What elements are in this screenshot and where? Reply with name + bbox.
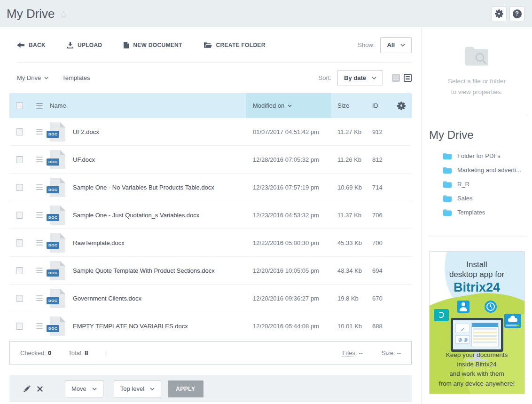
column-header-modified[interactable]: Modified on bbox=[246, 93, 331, 118]
file-modified-date: 01/07/2017 04:51:42 pm bbox=[246, 128, 331, 135]
breadcrumb-root[interactable]: My Drive bbox=[17, 74, 48, 81]
sort-direction-icon bbox=[288, 104, 292, 107]
file-name[interactable]: Sample Quote Template With Product Secti… bbox=[73, 267, 215, 274]
file-row[interactable]: DOC Government Clients.docx 12/20/2016 0… bbox=[9, 285, 412, 312]
file-name[interactable]: RawTemplate.docx bbox=[73, 239, 125, 246]
delete-button[interactable] bbox=[37, 386, 43, 392]
folder-icon bbox=[443, 181, 452, 188]
file-name[interactable]: Government Clients.docx bbox=[73, 295, 141, 302]
column-header-size[interactable]: Size bbox=[331, 102, 371, 109]
folder-tree-item[interactable]: Folder for PDFs bbox=[443, 149, 532, 163]
sort-value: By date bbox=[344, 74, 366, 81]
drag-handle-icon[interactable] bbox=[36, 129, 43, 135]
folder-name: Marketing and adverti... bbox=[457, 166, 521, 174]
row-checkbox[interactable] bbox=[16, 239, 23, 246]
ad-footer-line: inside Bitrix24 bbox=[430, 360, 524, 369]
page-title: My Drive bbox=[7, 7, 55, 21]
chevron-down-icon bbox=[92, 388, 97, 390]
row-checkbox[interactable] bbox=[16, 323, 23, 330]
folder-tree-item[interactable]: Sales bbox=[443, 191, 532, 206]
create-folder-label: CREATE FOLDER bbox=[216, 42, 266, 48]
file-modified-date: 12/20/2016 10:05:05 pm bbox=[246, 267, 331, 274]
folder-icon bbox=[443, 195, 452, 202]
breadcrumb: My Drive Templates Sort: By date bbox=[0, 63, 421, 93]
file-name[interactable]: Sample One - Just Quotation_s Variables.… bbox=[73, 212, 199, 219]
breadcrumb-current[interactable]: Templates bbox=[62, 74, 90, 81]
file-row[interactable]: DOC UF.docx 12/28/2016 07:05:32 pm 11.26… bbox=[9, 146, 412, 174]
table-settings-button[interactable] bbox=[391, 102, 412, 110]
drag-handle-icon[interactable] bbox=[36, 295, 43, 301]
new-document-button[interactable]: NEW DOCUMENT bbox=[124, 42, 182, 48]
action-select[interactable]: Move bbox=[65, 380, 103, 397]
file-row[interactable]: DOC RawTemplate.docx 12/22/2016 05:00:30… bbox=[9, 229, 412, 257]
id-column-label: ID bbox=[372, 102, 378, 109]
file-id: 700 bbox=[371, 239, 391, 246]
gear-icon bbox=[397, 102, 406, 110]
select-all-checkbox[interactable] bbox=[16, 102, 23, 109]
folder-tree-item[interactable]: Templates bbox=[443, 206, 532, 220]
file-row[interactable]: DOC Sample One - Just Quotation_s Variab… bbox=[9, 201, 412, 229]
file-id: 812 bbox=[371, 156, 391, 163]
doc-file-icon: DOC bbox=[50, 261, 65, 280]
file-name[interactable]: Sample One - No Variables But Products T… bbox=[73, 184, 214, 191]
placeholder-text-line2: to view properties. bbox=[422, 87, 532, 98]
files-count-link[interactable]: Files: bbox=[342, 349, 357, 357]
help-button[interactable]: ? bbox=[509, 6, 524, 21]
row-checkbox[interactable] bbox=[16, 184, 23, 191]
file-row[interactable]: DOC EMPTY TEMPLATE NO VARIABLES.docx 12/… bbox=[9, 312, 412, 340]
upload-button[interactable]: UPLOAD bbox=[67, 42, 102, 48]
edit-button[interactable] bbox=[23, 385, 31, 392]
column-header-name[interactable]: Name bbox=[50, 102, 246, 109]
page-header: My Drive ☆ ? bbox=[0, 0, 532, 27]
target-folder-select[interactable]: Top level bbox=[114, 380, 161, 397]
ad-footer-line: and work with them bbox=[430, 369, 524, 379]
summary-bar: Checked:0 Total:8 : Files: -- Size: -- bbox=[9, 341, 412, 364]
size-total-label: Size: bbox=[382, 349, 395, 356]
grid-view-icon[interactable] bbox=[392, 74, 400, 82]
doc-file-icon: DOC bbox=[50, 233, 65, 253]
row-checkbox[interactable] bbox=[16, 295, 23, 302]
drag-handle-icon[interactable] bbox=[36, 323, 43, 329]
drag-handle-icon[interactable] bbox=[36, 157, 43, 162]
folder-tree-item[interactable]: R_R bbox=[443, 177, 532, 191]
show-filter-select[interactable]: All bbox=[380, 37, 412, 53]
row-checkbox[interactable] bbox=[16, 212, 23, 219]
properties-sidebar: Select a file or folder to view properti… bbox=[422, 27, 532, 404]
settings-button[interactable] bbox=[492, 6, 507, 21]
bitrix24-ad-banner[interactable]: Install desktop app for Bitrix24 bbox=[429, 251, 525, 394]
row-checkbox[interactable] bbox=[16, 156, 23, 163]
list-view-icon[interactable] bbox=[404, 74, 412, 82]
drag-handle-icon[interactable] bbox=[36, 212, 43, 218]
toolbar: BACK UPLOAD NEW DOCUMENT CREATE FOLDER S… bbox=[0, 27, 421, 63]
file-row[interactable]: DOC Sample One - No Variables But Produc… bbox=[9, 174, 412, 201]
sort-select[interactable]: By date bbox=[337, 70, 383, 86]
drag-handle-icon[interactable] bbox=[36, 184, 43, 190]
bulk-action-bar: Move Top level APPLY bbox=[9, 375, 412, 402]
back-button[interactable]: BACK bbox=[17, 42, 46, 48]
drag-handle-icon[interactable] bbox=[36, 268, 43, 273]
divider bbox=[428, 115, 527, 115]
gear-icon bbox=[495, 9, 503, 18]
create-folder-button[interactable]: CREATE FOLDER bbox=[204, 42, 266, 48]
row-checkbox[interactable] bbox=[16, 128, 23, 135]
apply-button[interactable]: APPLY bbox=[168, 380, 203, 397]
row-checkbox[interactable] bbox=[16, 267, 23, 274]
file-name[interactable]: UF2.docx bbox=[73, 128, 99, 135]
column-header-id[interactable]: ID bbox=[371, 102, 391, 109]
upload-icon bbox=[67, 42, 73, 48]
file-row[interactable]: DOC UF2.docx 01/07/2017 04:51:42 pm 11.2… bbox=[9, 118, 412, 146]
file-row[interactable]: DOC Sample Quote Template With Product S… bbox=[9, 257, 412, 285]
size-column-label: Size bbox=[337, 102, 349, 109]
file-name[interactable]: UF.docx bbox=[73, 156, 95, 163]
file-id: 688 bbox=[371, 323, 391, 330]
drag-handle-icon[interactable] bbox=[36, 240, 43, 246]
folder-name: Sales bbox=[457, 195, 473, 202]
folder-name: Templates bbox=[457, 209, 485, 216]
back-label: BACK bbox=[29, 42, 46, 48]
favorite-star-icon[interactable]: ☆ bbox=[60, 9, 68, 20]
folder-tree-item[interactable]: Marketing and adverti... bbox=[443, 163, 532, 177]
show-label: Show: bbox=[358, 41, 375, 48]
pencil-icon bbox=[23, 385, 31, 392]
file-name[interactable]: EMPTY TEMPLATE NO VARIABLES.docx bbox=[73, 323, 188, 330]
size-total-value: -- bbox=[397, 349, 401, 356]
